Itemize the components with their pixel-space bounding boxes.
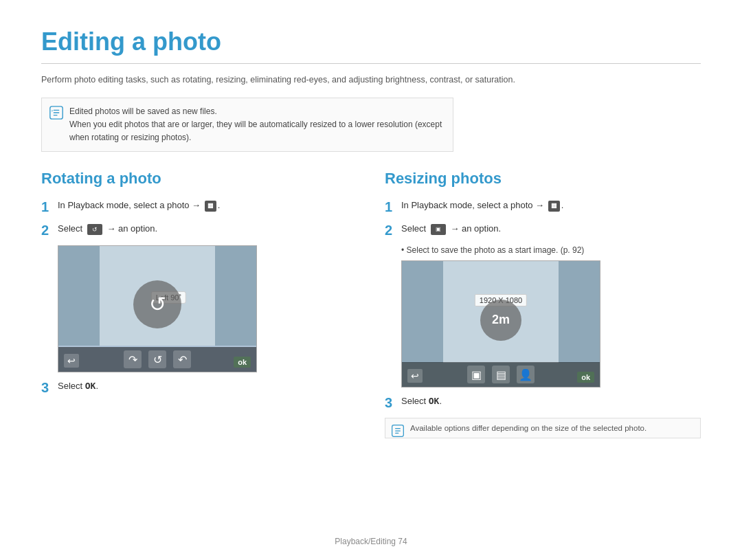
- rotating-step3-num: 3: [41, 379, 54, 396]
- resizing-heading: Resizing photos: [385, 170, 701, 188]
- page-subtitle: Perform photo editing tasks, such as rot…: [41, 74, 701, 87]
- note-box: Edited photos will be saved as new files…: [41, 98, 453, 153]
- size-circle: 2m: [480, 300, 521, 341]
- resize-back-btn[interactable]: ↩: [407, 369, 423, 383]
- rotating-preview: Left 90˚ ↺ ↷ ↺ ↶ ↩ ok: [58, 245, 257, 372]
- resizing-step3: 3 Select OK.: [385, 394, 701, 411]
- resizing-small-note: Available options differ depending on th…: [385, 418, 701, 438]
- small-note-icon: [391, 424, 405, 438]
- rotating-step2: 2 Select ↺ → an option.: [41, 222, 357, 238]
- rotating-ok-label: OK: [85, 381, 96, 391]
- rotating-step2-num: 2: [41, 222, 54, 238]
- rotate-arrow-icon: ↺: [149, 292, 166, 316]
- resizing-step3-num: 3: [385, 394, 397, 411]
- resizing-ok-label: OK: [429, 396, 440, 406]
- resize-right-panel: [559, 261, 600, 363]
- rotate-preview-content: Left 90˚ ↺ ↷ ↺ ↶ ↩ ok: [58, 246, 256, 372]
- resize-btn-1[interactable]: ▣: [467, 366, 485, 383]
- size-label: 2m: [492, 313, 510, 327]
- resize-option-icon: ▣: [431, 224, 446, 235]
- rotating-step3-text: Select OK.: [58, 379, 98, 393]
- resizing-step2-text: Select ▣ → an option.: [401, 222, 501, 236]
- resizing-step1: 1 In Playback mode, select a photo → ▦.: [385, 199, 701, 215]
- two-col-layout: Rotating a photo 1 In Playback mode, sel…: [41, 170, 701, 438]
- rotating-step3: 3 Select OK.: [41, 379, 357, 396]
- note-line2: When you edit photos that are or larger,…: [69, 118, 443, 144]
- resize-bottom-toolbar: ▣ ▤ 👤: [402, 362, 600, 387]
- rotate-center-circle: ↺: [133, 280, 181, 328]
- note-icon: [49, 105, 64, 120]
- rotate-cam-icon: ▦: [205, 201, 216, 212]
- resizing-preview: 1920 X 1080 2m ▣ ▤ 👤 ↩ ok: [401, 260, 600, 388]
- rotating-step1: 1 In Playback mode, select a photo → ▦.: [41, 199, 357, 215]
- rotating-step1-text: In Playback mode, select a photo → ▦.: [58, 199, 220, 212]
- rotate-btn-left[interactable]: ↶: [173, 350, 191, 368]
- resize-btn-person[interactable]: 👤: [517, 366, 535, 383]
- resize-preview-content: 1920 X 1080 2m ▣ ▤ 👤 ↩ ok: [402, 261, 600, 387]
- note-line1: Edited photos will be saved as new files…: [69, 105, 443, 118]
- page-footer: Playback/Editing 74: [0, 537, 742, 546]
- resizing-step2: 2 Select ▣ → an option.: [385, 222, 701, 238]
- resizing-step3-text: Select OK.: [401, 394, 442, 408]
- rotate-back-btn[interactable]: ↩: [64, 354, 79, 368]
- resize-cam-icon: ▦: [548, 201, 560, 212]
- resizing-step1-num: 1: [385, 199, 397, 215]
- rotating-step2-text: Select ↺ → an option.: [58, 222, 157, 236]
- rotate-btn-undo[interactable]: ↺: [148, 350, 166, 368]
- footer-text: Playback/Editing 74: [335, 537, 407, 546]
- rotate-btn-right[interactable]: ↷: [124, 350, 142, 368]
- rotating-step1-num: 1: [41, 199, 54, 215]
- page-title: Editing a photo: [41, 27, 701, 64]
- rotate-option-icon: ↺: [87, 224, 102, 235]
- rotate-ok-btn[interactable]: ok: [234, 357, 251, 368]
- rotate-bottom-toolbar: ↷ ↺ ↶: [58, 347, 256, 372]
- rotating-heading: Rotating a photo: [41, 170, 357, 188]
- small-note-text: Available options differ depending on th…: [410, 424, 647, 432]
- resizing-step2-bullet: Select to save the photo as a start imag…: [401, 245, 701, 255]
- resizing-step2-num: 2: [385, 222, 397, 238]
- resizing-col: Resizing photos 1 In Playback mode, sele…: [385, 170, 701, 438]
- rotating-col: Rotating a photo 1 In Playback mode, sel…: [41, 170, 357, 438]
- resize-ok-btn[interactable]: ok: [577, 372, 594, 383]
- resize-btn-2[interactable]: ▤: [492, 366, 510, 383]
- resizing-step1-text: In Playback mode, select a photo → ▦.: [401, 199, 563, 212]
- resize-left-panel: [402, 261, 443, 363]
